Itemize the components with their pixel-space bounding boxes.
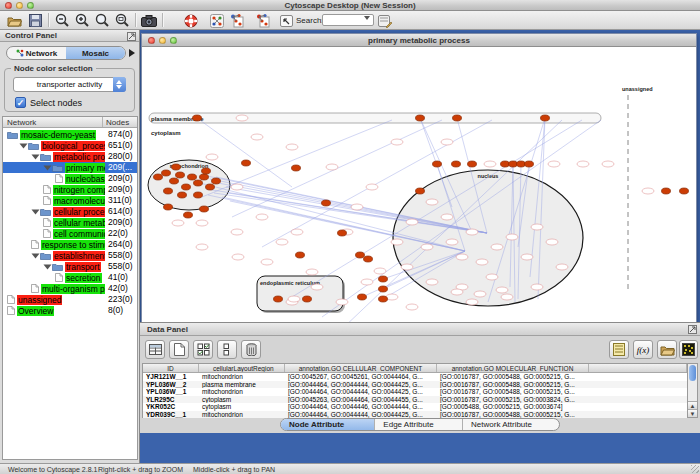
network-label-node[interactable] (391, 139, 403, 145)
scroll-up-icon[interactable]: ▲ (688, 401, 697, 409)
network-label-node[interactable] (261, 259, 273, 265)
tree-row[interactable]: cellular process614(0) (3, 206, 137, 217)
network-node[interactable] (194, 192, 203, 198)
tab-edge-attribute-browser[interactable]: Edge Attribute Browser (374, 419, 462, 430)
network-node[interactable] (379, 286, 388, 292)
table-row[interactable]: YDR039C__1mitochondrion[GO:0044464, GO:0… (143, 411, 687, 419)
scroll-down-icon[interactable]: ▼ (688, 409, 697, 417)
network-label-node[interactable] (486, 274, 498, 280)
tree-column-network[interactable]: Network (3, 117, 103, 127)
network-node[interactable] (212, 178, 221, 184)
network-label-node[interactable] (286, 144, 298, 150)
table-row[interactable]: YLR295Ccytoplasm[GO:0045263, GO:0044464,… (143, 396, 687, 404)
float-panel-icon[interactable] (127, 32, 136, 41)
network-label-node[interactable] (602, 161, 614, 167)
network-label-node[interactable] (276, 239, 288, 245)
network-node[interactable] (379, 276, 388, 282)
network-node[interactable] (525, 161, 534, 167)
network-node[interactable] (193, 115, 202, 121)
network-node[interactable] (452, 161, 461, 167)
network-label-node[interactable] (548, 161, 560, 167)
tree-row[interactable]: Overview8(0) (3, 305, 137, 316)
network-label-node[interactable] (546, 239, 558, 245)
tree-row[interactable]: nucleobase-209(0) (3, 173, 137, 184)
network-label-node[interactable] (506, 234, 518, 240)
network-node[interactable] (433, 161, 442, 167)
network-label-node[interactable] (291, 229, 303, 235)
network-node[interactable] (182, 184, 191, 190)
tree-row[interactable]: nitrogen compo209(0) (3, 184, 137, 195)
scrollbar-thumb[interactable] (689, 365, 696, 381)
zoom-selected-icon[interactable] (94, 12, 111, 29)
table-row[interactable]: YKR052Ccytoplasm[GO:0044464, GO:0044446,… (143, 403, 687, 411)
network-node[interactable] (176, 172, 185, 178)
network-label-node[interactable] (531, 284, 543, 290)
table-row[interactable]: YPL036W__2plasma membrane[GO:0044464, GO… (143, 381, 687, 389)
network-node[interactable] (154, 174, 163, 180)
network-label-node[interactable] (172, 220, 184, 226)
network-label-node[interactable] (577, 161, 589, 167)
network-label-node[interactable] (484, 161, 496, 167)
network-icon[interactable] (208, 12, 225, 29)
network-node[interactable] (184, 212, 193, 218)
new-attribute-icon[interactable] (169, 340, 189, 359)
tree-row[interactable]: response to stimulu264(0) (3, 239, 137, 250)
network-label-node[interactable] (236, 115, 248, 121)
network-node[interactable] (296, 252, 305, 258)
network-label-node[interactable] (406, 304, 418, 310)
tree-row[interactable]: transport558(0) (3, 261, 137, 272)
tab-node-attribute-browser[interactable]: Node Attribute Browser (281, 419, 374, 430)
network-label-node[interactable] (366, 184, 378, 190)
save-icon[interactable] (27, 12, 44, 29)
column-layout-region[interactable]: _cellularLayoutRegion (199, 364, 285, 372)
tree-row[interactable]: macromolecule311(0) (3, 195, 137, 206)
tree-row[interactable]: cellular metabo209(0) (3, 217, 137, 228)
minimize-view-icon[interactable] (159, 37, 166, 44)
window-resize-grip[interactable] (691, 465, 699, 473)
network-node[interactable] (338, 230, 347, 236)
formula-builder-icon[interactable]: f(x) (633, 340, 653, 359)
network-label-node[interactable] (231, 184, 243, 190)
network-overlay-red-icon[interactable] (254, 12, 271, 29)
network-label-node[interactable] (206, 154, 218, 160)
network-node[interactable] (468, 161, 477, 167)
filter-icon[interactable] (376, 12, 393, 29)
network-node[interactable] (356, 252, 365, 258)
network-label-node[interactable] (441, 139, 453, 145)
node-color-dropdown[interactable]: transporter activity (13, 77, 126, 92)
network-node[interactable] (188, 174, 197, 180)
network-label-node[interactable] (501, 294, 513, 300)
network-label-node[interactable] (642, 188, 654, 194)
network-label-node[interactable] (196, 244, 208, 250)
network-label-node[interactable] (251, 134, 263, 140)
network-label-node[interactable] (196, 220, 208, 226)
network-node[interactable] (416, 188, 425, 194)
attribute-matrix-icon[interactable] (679, 340, 698, 359)
network-node[interactable] (202, 168, 211, 174)
tree-row[interactable]: mosaic-demo-yeast874(0) (3, 129, 137, 140)
network-label-node[interactable] (456, 254, 468, 260)
network-node[interactable] (170, 178, 179, 184)
network-overlay-blue-icon[interactable] (228, 12, 245, 29)
network-label-node[interactable] (426, 279, 438, 285)
network-node[interactable] (162, 170, 171, 176)
network-node[interactable] (322, 200, 331, 206)
network-node[interactable] (242, 160, 251, 166)
network-node[interactable] (364, 256, 373, 262)
zoom-view-icon[interactable] (170, 37, 177, 44)
network-label-node[interactable] (446, 239, 458, 245)
tree-row[interactable]: primary metabo209(... (3, 162, 137, 173)
network-label-node[interactable] (361, 279, 373, 285)
network-label-node[interactable] (441, 214, 453, 220)
zoom-fit-icon[interactable] (114, 12, 131, 29)
network-node[interactable] (292, 165, 301, 171)
network-label-node[interactable] (451, 289, 463, 295)
network-view-titlebar[interactable]: primary metabolic process (142, 34, 696, 47)
tree-row[interactable]: multi-organism pro42(0) (3, 283, 137, 294)
network-node[interactable] (200, 174, 209, 180)
network-canvas[interactable]: plasma membrane cytoplasm mitochondrion … (142, 47, 696, 333)
network-node[interactable] (379, 296, 388, 302)
column-id[interactable]: ID (143, 364, 199, 372)
network-label-node[interactable] (496, 287, 508, 293)
tree-row[interactable]: establishment of lo558(0) (3, 250, 137, 261)
